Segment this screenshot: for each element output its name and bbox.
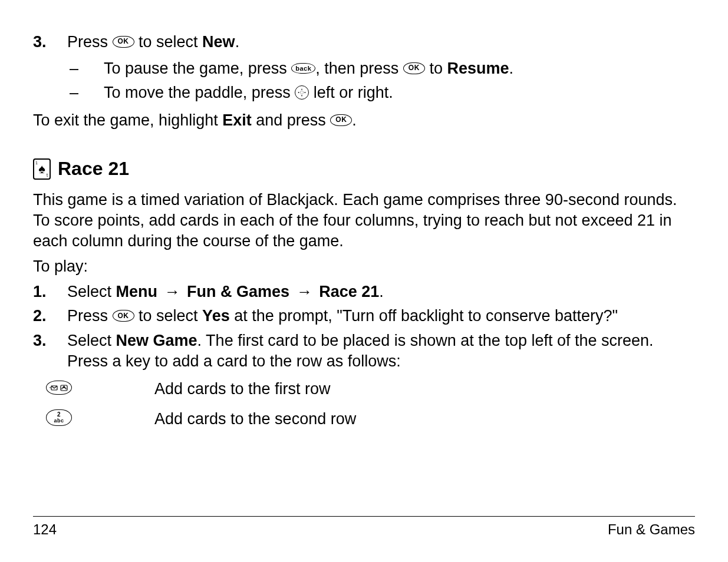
spade-card-icon: ♠ xyxy=(33,158,51,180)
page-number: 124 xyxy=(33,520,57,538)
step-number: 3. xyxy=(33,330,67,372)
key-2-bot: abc xyxy=(54,418,64,424)
bold-new: New xyxy=(202,33,235,51)
key-2-icon: 2 abc xyxy=(46,409,72,426)
dash: – xyxy=(67,58,104,79)
key-2-top: 2 xyxy=(57,412,61,418)
bold-exit: Exit xyxy=(222,111,252,129)
bold-fun-games: Fun & Games xyxy=(187,283,289,300)
text: To exit the game, highlight xyxy=(33,111,222,129)
svg-point-1 xyxy=(301,89,302,90)
description: This game is a timed variation of Blackj… xyxy=(33,190,695,252)
text: Select xyxy=(67,332,116,349)
section-name: Fun & Games xyxy=(608,520,695,538)
text: To move the paddle, press xyxy=(104,84,295,101)
text: . xyxy=(352,111,357,129)
step-body: Select New Game. The first card to be pl… xyxy=(67,330,695,372)
text: and press xyxy=(256,111,330,129)
text: Press xyxy=(67,307,113,325)
heading-text: Race 21 xyxy=(58,157,129,181)
key-row-2: 2 abc Add cards to the second row xyxy=(46,409,695,429)
text: to xyxy=(429,59,447,77)
step-number: 2. xyxy=(33,306,67,326)
to-play-label: To play: xyxy=(33,256,695,277)
exit-para: To exit the game, highlight Exit and pre… xyxy=(33,110,695,131)
section-heading: ♠ Race 21 xyxy=(33,157,695,181)
svg-point-2 xyxy=(301,95,302,97)
ok-key-icon: OK xyxy=(403,62,425,74)
text: to select xyxy=(139,307,202,325)
text: . xyxy=(235,33,240,51)
step-3: 3. Press OK to select New. – To pause th… xyxy=(33,32,695,107)
play-step-1: 1. Select Menu → Fun & Games → Race 21. xyxy=(33,282,695,302)
bold-new-game: New Game xyxy=(116,332,197,349)
arrow-icon: → xyxy=(294,283,315,300)
back-key-icon: back xyxy=(291,63,315,74)
step-number: 1. xyxy=(33,282,67,302)
text: at the prompt, "Turn off backlight to co… xyxy=(230,307,618,325)
bold-menu: Menu xyxy=(116,283,158,300)
text: Select xyxy=(67,283,116,300)
text: . xyxy=(379,283,384,300)
svg-point-3 xyxy=(298,92,299,93)
key-1-icon xyxy=(46,381,72,395)
play-step-3: 3. Select New Game. The first card to be… xyxy=(33,330,695,372)
step-number: 3. xyxy=(33,32,67,107)
text: left or right. xyxy=(314,84,393,101)
text: Press xyxy=(67,33,113,51)
sub-body: To move the paddle, press left or right. xyxy=(104,82,695,103)
bold-yes: Yes xyxy=(202,307,230,325)
bold-resume: Resume xyxy=(447,59,509,77)
key-row-text: Add cards to the second row xyxy=(154,409,356,429)
footer: 124 Fun & Games xyxy=(33,516,695,538)
text: to select xyxy=(139,33,202,51)
step-body: Select Menu → Fun & Games → Race 21. xyxy=(67,282,695,302)
arrow-icon: → xyxy=(162,283,183,300)
ok-key-icon: OK xyxy=(113,36,134,48)
svg-point-0 xyxy=(300,91,303,94)
step-body: Press OK to select New. – To pause the g… xyxy=(67,32,695,107)
nav-key-icon xyxy=(295,85,309,100)
dash: – xyxy=(67,82,104,103)
key-row-1: Add cards to the first row xyxy=(46,379,695,399)
text: To pause the game, press xyxy=(104,59,291,77)
ok-key-icon: OK xyxy=(330,114,352,126)
key-row-text: Add cards to the first row xyxy=(154,379,331,399)
play-step-2: 2. Press OK to select Yes at the prompt,… xyxy=(33,306,695,326)
sub-body: To pause the game, press back, then pres… xyxy=(104,58,695,79)
ok-key-icon: OK xyxy=(113,310,134,322)
text: , then press xyxy=(315,59,403,77)
step-body: Press OK to select Yes at the prompt, "T… xyxy=(67,306,695,326)
bold-race21: Race 21 xyxy=(319,283,379,300)
text: . xyxy=(509,59,513,77)
svg-point-4 xyxy=(305,92,306,93)
